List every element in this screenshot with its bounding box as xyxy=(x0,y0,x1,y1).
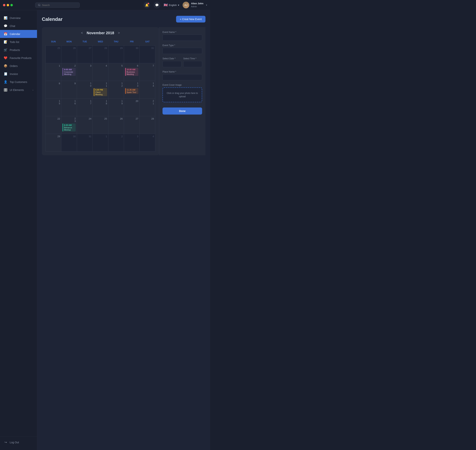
table-row[interactable]: 3 xyxy=(77,63,93,81)
day-header-wed: WED xyxy=(93,39,108,44)
logout-button[interactable]: ↪ Log Out xyxy=(0,438,37,446)
table-row[interactable]: 4 xyxy=(93,63,108,81)
header-right: 🔔 💬 🇬🇧 English ▾ AJ Alien John Admin ▾ xyxy=(144,2,207,8)
table-row[interactable]: 10 xyxy=(77,81,93,99)
table-row[interactable]: 5 xyxy=(108,63,124,81)
maximize-button[interactable] xyxy=(10,4,13,6)
table-row[interactable]: 4 xyxy=(140,134,155,152)
table-row[interactable]: 23 8.30 AM Behance Meetup xyxy=(61,116,77,134)
overview-icon: 📊 xyxy=(4,16,7,20)
table-row[interactable]: 27 xyxy=(124,116,140,134)
prev-month-button[interactable]: < xyxy=(81,31,83,35)
calendar-nav: < November 2018 > xyxy=(46,31,155,35)
calendar-icon: 📅 xyxy=(4,32,7,36)
day-header-mon: MON xyxy=(61,39,77,44)
sidebar-item-calendar[interactable]: 📅 Calendar xyxy=(0,30,37,38)
table-row[interactable]: 1 xyxy=(46,63,61,81)
table-row[interactable]: 19 xyxy=(108,99,124,116)
table-row[interactable]: 31 xyxy=(77,134,93,152)
list-item[interactable]: 11.35 AM Spain Tour xyxy=(125,88,138,94)
table-row[interactable]: 27 xyxy=(77,46,93,63)
sidebar-item-chat[interactable]: 💬 Chat xyxy=(0,22,37,30)
table-row[interactable]: 14 xyxy=(140,81,155,99)
sidebar-item-ui[interactable]: 🎛️ UI Elements › xyxy=(0,86,37,94)
event-name-field: Event Name * xyxy=(163,31,202,41)
event-name-input[interactable] xyxy=(163,35,202,41)
table-row[interactable]: 18 xyxy=(93,99,108,116)
calendar-grid: SUN MON TUE WED THU FRI SAT 25 xyxy=(46,39,155,152)
sidebar-item-products[interactable]: 🛒 Products xyxy=(0,46,37,54)
search-bar[interactable] xyxy=(35,2,80,8)
table-row[interactable]: 12 xyxy=(108,81,124,99)
list-item[interactable]: 10.00 AM Business Meeting xyxy=(125,68,138,76)
done-button[interactable]: Done xyxy=(163,107,202,115)
table-row[interactable]: 28 xyxy=(140,116,155,134)
table-row[interactable]: 29 xyxy=(46,134,61,152)
calendar-month-title: November 2018 xyxy=(87,31,114,35)
table-row[interactable]: 31 xyxy=(140,46,155,63)
sidebar-item-label: Orders xyxy=(10,65,18,67)
sidebar-item-orders[interactable]: 📦 Orders xyxy=(0,62,37,70)
user-role: Admin xyxy=(191,5,203,8)
table-row[interactable]: 11 5.00 PM Client Meeting xyxy=(93,81,108,99)
create-event-button[interactable]: + Creat New Event xyxy=(176,16,206,23)
select-date-field: Select Date * xyxy=(163,57,182,67)
calendar-container: < November 2018 > SUN MON TUE WED THU FR… xyxy=(42,27,159,155)
image-upload-area[interactable]: Click or drag your photo here to upload xyxy=(163,87,202,102)
table-row[interactable]: 21 xyxy=(140,99,155,116)
list-item[interactable]: 9:00 AM Corporate Meeting xyxy=(63,68,76,76)
table-row[interactable]: 3 xyxy=(124,134,140,152)
table-row[interactable]: 15 xyxy=(46,99,61,116)
table-row[interactable]: 28 xyxy=(93,46,108,63)
avatar: AJ xyxy=(182,2,189,8)
sidebar-item-label: Todo list xyxy=(10,41,19,43)
table-row[interactable]: 26 xyxy=(108,116,124,134)
message-button[interactable]: 💬 xyxy=(153,2,160,8)
table-row[interactable]: 26 xyxy=(61,46,77,63)
place-name-input[interactable] xyxy=(163,74,202,80)
select-time-input[interactable] xyxy=(183,61,202,67)
table-row[interactable]: 9 xyxy=(61,81,77,99)
language-selector[interactable]: 🇬🇧 English ▾ xyxy=(164,3,179,7)
user-profile[interactable]: AJ Alien John Admin ▾ xyxy=(182,2,207,8)
table-row[interactable]: 29 xyxy=(108,46,124,63)
sidebar-item-label: Top Customers xyxy=(10,81,27,83)
table-row[interactable]: 30 xyxy=(61,134,77,152)
upload-text: Click or drag your photo here to upload xyxy=(165,91,200,98)
table-row[interactable]: 25 xyxy=(93,116,108,134)
calendar-header-row: SUN MON TUE WED THU FRI SAT xyxy=(46,39,155,44)
table-row[interactable]: 7 xyxy=(140,63,155,81)
table-row[interactable]: 16 xyxy=(61,99,77,116)
close-button[interactable] xyxy=(3,4,5,6)
user-name: Alien John xyxy=(191,2,203,5)
table-row[interactable]: 8 xyxy=(46,81,61,99)
table-row[interactable]: 2 9:00 AM Corporate Meeting xyxy=(61,63,77,81)
table-row[interactable]: 13 11.35 AM Spain Tour xyxy=(124,81,140,99)
sidebar-item-overview[interactable]: 📊 Overview xyxy=(0,14,37,22)
products-icon: 🛒 xyxy=(4,48,7,52)
event-type-input[interactable] xyxy=(163,48,202,54)
list-item[interactable]: 8.30 AM Behance Meetup xyxy=(63,124,76,131)
sidebar-item-favourites[interactable]: ❤️ Favourite Products xyxy=(0,54,37,62)
table-row[interactable]: 20 xyxy=(124,99,140,116)
svg-point-0 xyxy=(38,4,40,6)
sidebar-item-invoice[interactable]: 🧾 Invoice xyxy=(0,70,37,78)
table-row[interactable]: 2 xyxy=(108,134,124,152)
next-month-button[interactable]: > xyxy=(118,31,120,35)
sidebar-item-customers[interactable]: 👤 Top Customers xyxy=(0,78,37,86)
notification-button[interactable]: 🔔 xyxy=(144,2,150,8)
table-row[interactable]: 1 xyxy=(93,134,108,152)
search-input[interactable] xyxy=(42,4,77,6)
table-row[interactable]: 25 xyxy=(46,46,61,63)
minimize-button[interactable] xyxy=(7,4,9,6)
table-row[interactable]: 24 xyxy=(77,116,93,134)
table-row[interactable]: 30 xyxy=(124,46,140,63)
sidebar-item-todo[interactable]: 📝 Todo list xyxy=(0,38,37,46)
select-date-input[interactable] xyxy=(163,61,182,67)
traffic-lights xyxy=(3,4,13,6)
table-row[interactable]: 17 xyxy=(77,99,93,116)
sidebar-item-label: Overview xyxy=(10,17,20,19)
table-row[interactable]: 6 10.00 AM Business Meeting xyxy=(124,63,140,81)
list-item[interactable]: 5.00 PM Client Meeting xyxy=(94,88,107,96)
table-row[interactable]: 22 xyxy=(46,116,61,134)
